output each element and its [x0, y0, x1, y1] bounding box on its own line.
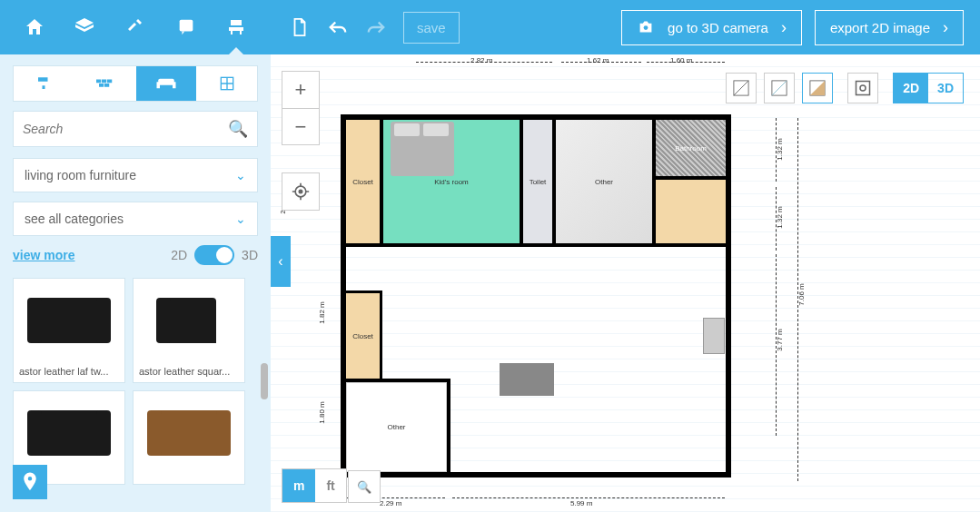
view-row: view more 2D 3D — [13, 245, 258, 265]
cat-floor-icon[interactable] — [75, 66, 135, 101]
search-input[interactable] — [23, 122, 228, 136]
info-icon[interactable] — [173, 15, 199, 40]
svg-rect-5 — [99, 84, 104, 87]
camera-icon — [637, 19, 655, 36]
svg-rect-4 — [107, 80, 112, 84]
dim-label: 5.99 m — [570, 499, 592, 507]
view-more-link[interactable]: view more — [13, 248, 74, 262]
dim-label: 1.80 m — [318, 401, 326, 423]
save-button[interactable]: save — [403, 12, 460, 44]
pin-location-button[interactable] — [13, 465, 47, 499]
ruler-dim-label: 2 — [280, 211, 286, 214]
room-stairs[interactable]: Other — [556, 120, 652, 243]
scrollbar-thumb[interactable] — [261, 363, 268, 399]
room-bathroom[interactable]: Bathroom — [656, 120, 726, 176]
room-closet[interactable]: Closet — [346, 120, 380, 243]
settings-view-button[interactable] — [847, 73, 878, 103]
dim-label: 2.29 m — [380, 499, 401, 507]
layers-icon[interactable] — [72, 15, 97, 40]
furniture-label: astor leather squar... — [134, 362, 244, 382]
canvas-search-button[interactable]: 🔍 — [348, 470, 381, 503]
dropdown-all-categories[interactable]: see all categories ⌄ — [13, 202, 258, 236]
furniture-thumb — [14, 391, 124, 475]
svg-rect-3 — [102, 80, 106, 84]
floorplan[interactable]: Closet Kid's room Toilet Other Bathroom … — [336, 109, 736, 490]
toggle-2d-label: 2D — [171, 248, 187, 262]
hatch-view-3-button[interactable] — [802, 73, 833, 103]
undo-icon[interactable] — [327, 16, 349, 38]
dropdown-category[interactable]: living room furniture ⌄ — [13, 158, 258, 192]
svg-rect-7 — [158, 79, 174, 85]
furniture-thumb — [14, 279, 124, 362]
sidebar: 🔍 living room furniture ⌄ see all catego… — [0, 54, 271, 512]
top-left-group — [0, 15, 271, 40]
room-other2[interactable]: Other — [346, 382, 447, 472]
search-icon[interactable]: 🔍 — [228, 119, 248, 139]
furniture-grid: astor leather laf tw... astor leather sq… — [13, 278, 258, 485]
cat-furniture-icon[interactable] — [136, 66, 196, 101]
hatch-view-2-button[interactable] — [764, 73, 795, 103]
export-2d-label: export 2D image — [830, 20, 930, 35]
svg-rect-6 — [104, 84, 109, 87]
cat-paint-icon[interactable] — [14, 66, 74, 101]
chevron-right-icon: › — [781, 18, 787, 37]
dropdown-all-label: see all categories — [25, 212, 124, 226]
home-icon[interactable] — [22, 15, 47, 40]
chevron-down-icon: ⌄ — [235, 168, 246, 182]
pillow — [423, 123, 449, 136]
zoom-out-button[interactable]: − — [282, 108, 319, 144]
unit-m-tab[interactable]: m — [282, 469, 315, 502]
go-3d-camera-label: go to 3D camera — [668, 20, 768, 35]
room-closet2[interactable]: Closet — [346, 293, 380, 379]
svg-rect-8 — [156, 82, 160, 88]
chair-icon[interactable] — [223, 15, 249, 40]
view-toolbar: 2D 3D — [726, 73, 964, 103]
unit-segment: m ft — [282, 468, 347, 503]
go-3d-camera-button[interactable]: go to 3D camera › — [621, 10, 802, 45]
furniture-tile[interactable] — [133, 390, 245, 485]
dim-label: 3.77 m — [776, 329, 784, 350]
center-view-button[interactable] — [282, 172, 320, 211]
dim-label: 7.06 m — [797, 283, 806, 305]
furniture-label: astor leather laf tw... — [14, 362, 124, 382]
furniture-thumb — [134, 391, 244, 475]
hammer-icon[interactable] — [123, 15, 148, 40]
view-mode-segment: 2D 3D — [893, 73, 964, 103]
dim-label: 1.32 m — [776, 138, 784, 160]
room-small[interactable] — [656, 180, 726, 243]
furniture-tile[interactable]: astor leather laf tw... — [13, 278, 125, 383]
export-2d-button[interactable]: export 2D image › — [815, 10, 964, 45]
zoom-in-button[interactable]: + — [282, 72, 319, 108]
view-2d-tab[interactable]: 2D — [894, 74, 928, 103]
appliance[interactable] — [703, 318, 725, 354]
top-toolbar: save go to 3D camera › export 2D image › — [0, 0, 980, 54]
room-toilet[interactable]: Toilet — [523, 120, 552, 243]
top-right-group: go to 3D camera › export 2D image › — [621, 10, 980, 45]
category-bar — [13, 65, 258, 102]
new-file-icon[interactable] — [289, 16, 311, 38]
hatch-view-1-button[interactable] — [726, 73, 757, 103]
dim-label: 1.60 m — [670, 56, 692, 64]
cat-window-icon[interactable] — [198, 66, 258, 101]
dim-line — [452, 497, 725, 498]
toggle-2d3d[interactable] — [194, 245, 234, 265]
dim-label: 2.82 m — [470, 56, 492, 64]
collapse-sidebar-tab[interactable]: ‹ — [271, 236, 291, 287]
redo-icon[interactable] — [365, 16, 387, 38]
dim-label: 1.82 m — [318, 301, 326, 323]
sofa-furniture[interactable] — [500, 363, 554, 396]
zoom-control: + − — [282, 71, 320, 145]
svg-rect-16 — [856, 82, 870, 95]
svg-rect-9 — [173, 82, 176, 88]
canvas[interactable]: + − ‹ 2 2D 3D 2.82 m 1.62 m 1.60 m — [271, 54, 980, 512]
furniture-tile[interactable]: astor leather squar... — [133, 278, 245, 383]
furniture-thumb — [134, 279, 244, 362]
dropdown-category-label: living room furniture — [25, 168, 136, 182]
svg-rect-0 — [179, 20, 193, 32]
svg-point-1 — [644, 25, 648, 30]
svg-point-12 — [299, 190, 302, 192]
pillow — [394, 123, 420, 136]
chevron-right-icon: › — [943, 18, 948, 37]
view-3d-tab[interactable]: 3D — [928, 74, 963, 103]
unit-ft-tab[interactable]: ft — [315, 469, 345, 502]
